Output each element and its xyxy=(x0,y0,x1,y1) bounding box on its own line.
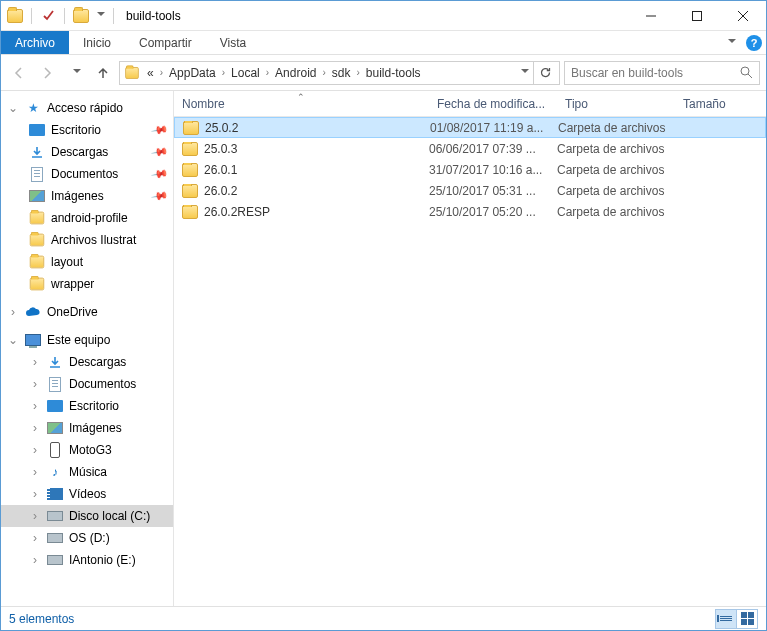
navpane-item[interactable]: ›Descargas xyxy=(1,351,173,373)
expand-icon[interactable]: › xyxy=(29,355,41,369)
tab-archivo[interactable]: Archivo xyxy=(1,31,69,54)
quick-access-root[interactable]: ⌄ ★ Acceso rápido xyxy=(1,97,173,119)
file-row[interactable]: 26.0.131/07/2017 10:16 a...Carpeta de ar… xyxy=(174,159,766,180)
file-row[interactable]: 26.0.225/10/2017 05:31 ...Carpeta de arc… xyxy=(174,180,766,201)
chevron-right-icon[interactable]: › xyxy=(319,67,328,78)
separator xyxy=(64,8,65,24)
label: Vídeos xyxy=(69,487,106,501)
documents-icon xyxy=(47,376,63,392)
label: OneDrive xyxy=(47,305,98,319)
properties-icon[interactable] xyxy=(40,8,56,24)
breadcrumb-item[interactable]: Android xyxy=(272,66,319,80)
breadcrumb-item[interactable]: build-tools xyxy=(363,66,424,80)
close-button[interactable] xyxy=(720,1,766,30)
label: android-profile xyxy=(51,211,128,225)
navpane-item[interactable]: ›♪Música xyxy=(1,461,173,483)
navpane-item[interactable]: ›Vídeos xyxy=(1,483,173,505)
minimize-button[interactable] xyxy=(628,1,674,30)
label: Escritorio xyxy=(51,123,101,137)
up-button[interactable] xyxy=(91,61,115,85)
breadcrumb-item[interactable]: sdk xyxy=(329,66,354,80)
navpane-item[interactable]: Documentos📌 xyxy=(1,163,173,185)
navpane-item[interactable]: layout xyxy=(1,251,173,273)
chevron-right-icon[interactable]: › xyxy=(354,67,363,78)
label: Disco local (C:) xyxy=(69,509,150,523)
navpane-item[interactable]: wrapper xyxy=(1,273,173,295)
navigation-bar: « › AppData › Local › Android › sdk › bu… xyxy=(1,55,766,91)
chevron-right-icon[interactable]: › xyxy=(157,67,166,78)
expand-icon[interactable]: › xyxy=(29,421,41,435)
navpane-item[interactable]: ›IAntonio (E:) xyxy=(1,549,173,571)
navpane-item[interactable]: ›OS (D:) xyxy=(1,527,173,549)
this-pc-root[interactable]: ⌄ Este equipo xyxy=(1,329,173,351)
pictures-icon xyxy=(29,188,45,204)
file-row[interactable]: 25.0.306/06/2017 07:39 ...Carpeta de arc… xyxy=(174,138,766,159)
folder-icon xyxy=(182,163,198,177)
expand-icon[interactable]: › xyxy=(29,553,41,567)
breadcrumb-item[interactable]: AppData xyxy=(166,66,219,80)
pin-icon: 📌 xyxy=(151,165,170,184)
chevron-right-icon[interactable]: › xyxy=(219,67,228,78)
collapse-icon[interactable]: ⌄ xyxy=(7,333,19,347)
breadcrumb-overflow[interactable]: « xyxy=(144,66,157,80)
label: Descargas xyxy=(51,145,108,159)
address-bar[interactable]: « › AppData › Local › Android › sdk › bu… xyxy=(119,61,560,85)
new-folder-icon[interactable] xyxy=(73,9,89,23)
chevron-right-icon[interactable]: › xyxy=(263,67,272,78)
file-date: 25/10/2017 05:20 ... xyxy=(429,205,557,219)
status-bar: 5 elementos xyxy=(1,606,766,630)
details-view-icon xyxy=(720,616,732,621)
details-view-button[interactable] xyxy=(715,609,737,629)
address-dropdown-icon[interactable] xyxy=(513,69,533,77)
navpane-item[interactable]: ›Escritorio xyxy=(1,395,173,417)
onedrive-root[interactable]: › OneDrive xyxy=(1,301,173,323)
navpane-item[interactable]: ›MotoG3 xyxy=(1,439,173,461)
navpane-item[interactable]: ›Documentos xyxy=(1,373,173,395)
expand-icon[interactable]: › xyxy=(29,443,41,457)
expand-icon[interactable]: › xyxy=(29,531,41,545)
label: Música xyxy=(69,465,107,479)
large-icons-view-button[interactable] xyxy=(736,609,758,629)
recent-button[interactable] xyxy=(63,61,87,85)
help-icon: ? xyxy=(746,35,762,51)
rows-container[interactable]: 25.0.201/08/2017 11:19 a...Carpeta de ar… xyxy=(174,117,766,606)
navpane-item[interactable]: Imágenes📌 xyxy=(1,185,173,207)
downloads-icon xyxy=(47,354,63,370)
file-row[interactable]: 26.0.2RESP25/10/2017 05:20 ...Carpeta de… xyxy=(174,201,766,222)
column-name[interactable]: ⌃ Nombre xyxy=(174,97,429,111)
cloud-icon xyxy=(25,304,41,320)
tab-vista[interactable]: Vista xyxy=(206,31,260,54)
tab-inicio[interactable]: Inicio xyxy=(69,31,125,54)
forward-button[interactable] xyxy=(35,61,59,85)
tab-compartir[interactable]: Compartir xyxy=(125,31,206,54)
file-type: Carpeta de archivos xyxy=(557,205,675,219)
folder-icon xyxy=(29,276,45,292)
expand-icon[interactable]: › xyxy=(29,509,41,523)
column-date[interactable]: Fecha de modifica... xyxy=(429,97,557,111)
expand-icon[interactable]: › xyxy=(29,487,41,501)
help-button[interactable]: ? xyxy=(742,31,766,54)
column-size[interactable]: Tamaño xyxy=(675,97,766,111)
navpane-item[interactable]: ›Imágenes xyxy=(1,417,173,439)
ribbon-expand-icon[interactable] xyxy=(718,31,742,54)
collapse-icon[interactable]: ⌄ xyxy=(7,101,19,115)
refresh-button[interactable] xyxy=(533,62,557,84)
navpane-item[interactable]: android-profile xyxy=(1,207,173,229)
expand-icon[interactable]: › xyxy=(29,465,41,479)
navigation-pane[interactable]: ⌄ ★ Acceso rápido Escritorio📌Descargas📌D… xyxy=(1,91,174,606)
expand-icon[interactable]: › xyxy=(7,305,19,319)
expand-icon[interactable]: › xyxy=(29,377,41,391)
folder-icon xyxy=(183,121,199,135)
column-type[interactable]: Tipo xyxy=(557,97,675,111)
file-row[interactable]: 25.0.201/08/2017 11:19 a...Carpeta de ar… xyxy=(174,117,766,138)
maximize-button[interactable] xyxy=(674,1,720,30)
back-button[interactable] xyxy=(7,61,31,85)
qat-customize-icon[interactable] xyxy=(97,12,105,20)
search-box[interactable]: Buscar en build-tools xyxy=(564,61,760,85)
breadcrumb-item[interactable]: Local xyxy=(228,66,263,80)
navpane-item[interactable]: Descargas📌 xyxy=(1,141,173,163)
navpane-item[interactable]: ›Disco local (C:) xyxy=(1,505,173,527)
expand-icon[interactable]: › xyxy=(29,399,41,413)
navpane-item[interactable]: Escritorio📌 xyxy=(1,119,173,141)
navpane-item[interactable]: Archivos Ilustrat xyxy=(1,229,173,251)
